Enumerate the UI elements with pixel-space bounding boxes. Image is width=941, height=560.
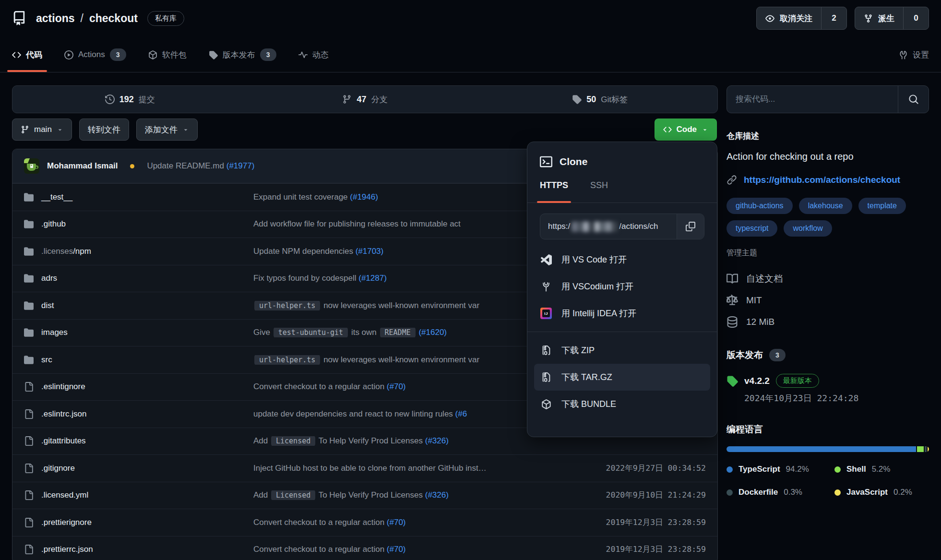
- commit-msg-link[interactable]: update dev dependencies and react to new…: [253, 409, 455, 418]
- releases-title[interactable]: 版本发布: [727, 349, 763, 361]
- code-search-input[interactable]: [727, 86, 898, 113]
- status-dot[interactable]: [130, 164, 134, 168]
- legend-item-javascript[interactable]: JavaScript 0.2%: [834, 488, 929, 497]
- add-file-button[interactable]: 添加文件: [136, 119, 198, 141]
- zip-file-icon: [541, 346, 551, 356]
- open-vscodium-item[interactable]: 用 VSCodium 打开: [534, 273, 710, 300]
- release-version-link[interactable]: v4.2.2: [744, 376, 770, 386]
- commit-msg-link[interactable]: now leverages well-known environment var: [321, 301, 479, 310]
- search-button[interactable]: [898, 86, 929, 113]
- file-name-link[interactable]: adrs: [41, 274, 57, 283]
- code-chip[interactable]: README: [380, 328, 416, 337]
- download-targz-item[interactable]: 下载 TAR.GZ: [534, 364, 710, 391]
- commit-msg-link[interactable]: its own: [349, 328, 379, 337]
- repo-owner-link[interactable]: actions: [36, 12, 75, 25]
- issue-link[interactable]: (#70): [387, 518, 406, 527]
- tab-packages[interactable]: 软件包: [148, 37, 187, 72]
- branch-selector[interactable]: main: [12, 119, 72, 141]
- commit-msg-link[interactable]: Update NPM dependencies: [253, 247, 356, 256]
- commit-author-link[interactable]: Mohammad Ismail: [47, 161, 118, 171]
- file-name-link[interactable]: .eslintrc.json: [41, 409, 86, 419]
- repo-name-link[interactable]: checkout: [89, 12, 138, 25]
- code-chip[interactable]: Licensed: [271, 436, 315, 446]
- license-item[interactable]: MIT: [727, 289, 929, 311]
- issue-link[interactable]: (#70): [387, 382, 406, 391]
- forks-count[interactable]: 0: [903, 7, 929, 29]
- download-zip-item[interactable]: 下载 ZIP: [534, 337, 710, 364]
- file-name-link[interactable]: .github: [41, 219, 66, 229]
- topic-pill[interactable]: github-actions: [727, 198, 793, 214]
- topic-pill[interactable]: lakehouse: [799, 198, 852, 214]
- commit-msg-link[interactable]: Fix typos found by codespell: [253, 274, 358, 283]
- tags-stat[interactable]: 50 Git标签: [482, 94, 717, 105]
- legend-item-shell[interactable]: Shell 5.2%: [834, 465, 929, 474]
- clone-url-input[interactable]: https:/ /actions/ch: [540, 214, 677, 239]
- commits-stat[interactable]: 192 提交: [12, 94, 248, 105]
- download-bundle-item[interactable]: 下载 BUNDLE: [534, 391, 710, 417]
- code-chip[interactable]: url-helper.ts: [254, 301, 320, 310]
- code-chip[interactable]: url-helper.ts: [254, 355, 320, 365]
- website-link[interactable]: https://github.com/actions/checkout: [744, 175, 900, 185]
- issue-link[interactable]: (#326): [425, 436, 449, 445]
- manage-topics-link[interactable]: 管理主题: [727, 248, 757, 258]
- tab-code[interactable]: 代码: [12, 37, 42, 72]
- issue-link[interactable]: (#70): [387, 545, 406, 554]
- open-vscode-item[interactable]: 用 VS Code 打开: [534, 246, 710, 273]
- commit-msg-link[interactable]: Convert checkout to a regular action: [253, 382, 387, 391]
- issue-link[interactable]: (#1703): [356, 247, 384, 256]
- tab-settings[interactable]: 设置: [899, 37, 929, 72]
- commit-msg-link[interactable]: Add: [253, 490, 270, 500]
- commit-msg-link[interactable]: Inject GitHub host to be able to clone f…: [253, 464, 487, 473]
- file-name-link[interactable]: .licenses/npm: [41, 247, 91, 256]
- avatar[interactable]: [24, 158, 39, 174]
- file-name-link[interactable]: .gitattributes: [41, 436, 86, 446]
- legend-item-dockerfile[interactable]: Dockerfile 0.3%: [727, 488, 834, 497]
- file-name-link[interactable]: .licensed.yml: [41, 490, 88, 500]
- topic-pill[interactable]: typescript: [727, 220, 777, 237]
- legend-item-typescript[interactable]: TypeScript 94.2%: [727, 465, 834, 474]
- tab-ssh[interactable]: SSH: [590, 180, 608, 203]
- commit-msg-link[interactable]: now leverages well-known environment var: [321, 355, 479, 364]
- issue-link[interactable]: (#1977): [226, 161, 255, 170]
- tab-https[interactable]: HTTPS: [540, 180, 568, 203]
- file-name-link[interactable]: .eslintignore: [41, 382, 85, 392]
- issue-link[interactable]: (#1620): [418, 328, 447, 337]
- branches-stat[interactable]: 47 分支: [248, 94, 483, 105]
- file-name-link[interactable]: src: [41, 355, 52, 365]
- watchers-count[interactable]: 2: [821, 7, 846, 29]
- tab-activity[interactable]: 动态: [298, 37, 329, 72]
- topic-pill[interactable]: workflow: [784, 220, 832, 237]
- unwatch-button[interactable]: 取消关注 2: [756, 7, 847, 30]
- code-dropdown-button[interactable]: Code: [655, 119, 717, 141]
- color-dot: [727, 489, 733, 496]
- issue-link[interactable]: (#6: [455, 409, 467, 418]
- fork-button[interactable]: 派生 0: [855, 7, 929, 30]
- file-name-link[interactable]: __test__: [41, 192, 72, 202]
- readme-item[interactable]: 自述文档: [727, 268, 929, 289]
- commit-msg-link[interactable]: Add workflow file for publishing release…: [253, 219, 461, 228]
- commit-msg-link[interactable]: Expand unit test coverage: [253, 192, 350, 202]
- tab-releases[interactable]: 版本发布 3: [209, 37, 276, 72]
- issue-link[interactable]: (#1287): [358, 274, 387, 283]
- file-name-link[interactable]: .prettierignore: [41, 518, 92, 527]
- file-name-link[interactable]: .prettierrc.json: [41, 545, 93, 554]
- open-idea-item[interactable]: IJ 用 Intellij IDEA 打开: [534, 300, 710, 327]
- code-chip[interactable]: test-ubuntu-git: [274, 328, 348, 337]
- issue-link[interactable]: (#1946): [350, 192, 378, 202]
- commit-message-link[interactable]: Update README.md: [147, 161, 226, 170]
- file-name-link[interactable]: dist: [41, 301, 54, 310]
- commit-msg-link[interactable]: To Help Verify Prod Licenses: [316, 436, 425, 445]
- go-to-file-button[interactable]: 转到文件: [79, 119, 129, 141]
- issue-link[interactable]: (#326): [425, 490, 449, 500]
- commit-msg-link[interactable]: Give: [253, 328, 273, 337]
- commit-msg-link[interactable]: To Help Verify Prod Licenses: [316, 490, 425, 500]
- commit-msg-link[interactable]: Add: [253, 436, 270, 445]
- code-chip[interactable]: Licensed: [271, 490, 315, 500]
- tab-actions[interactable]: Actions 3: [64, 37, 126, 72]
- commit-msg-link[interactable]: Convert checkout to a regular action: [253, 518, 387, 527]
- topic-pill[interactable]: template: [858, 198, 906, 214]
- file-name-link[interactable]: .gitignore: [41, 464, 75, 473]
- commit-msg-link[interactable]: Convert checkout to a regular action: [253, 545, 387, 554]
- copy-url-button[interactable]: [677, 214, 704, 239]
- file-name-link[interactable]: images: [41, 328, 68, 337]
